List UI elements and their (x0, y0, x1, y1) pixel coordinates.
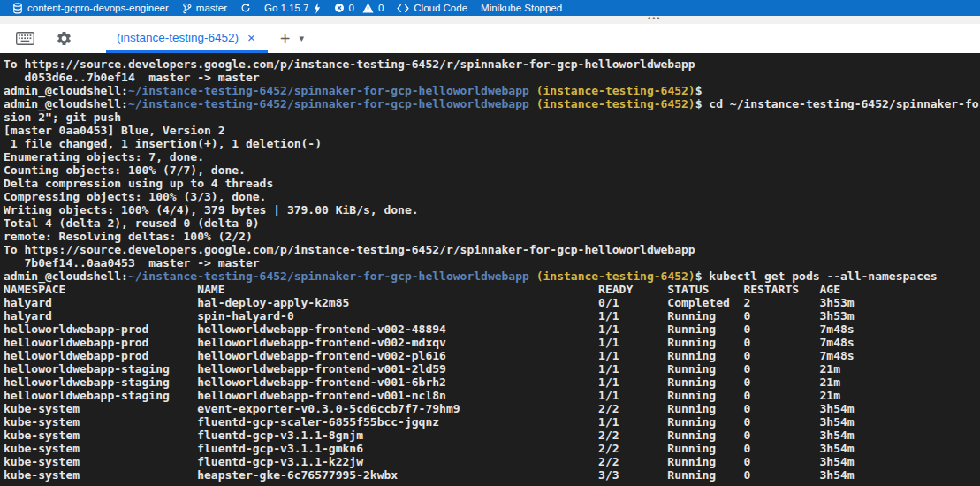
terminal-line: [master 0aa0453] Blue, Version 2 (4, 124, 980, 137)
warning-icon (362, 3, 374, 13)
cloud-code-button[interactable]: Cloud Code (397, 0, 467, 16)
terminal[interactable]: To https://source.developers.google.com/… (0, 53, 980, 486)
terminal-line: helloworldwebapp-staging helloworldwebap… (4, 362, 980, 376)
terminal-line: halyard spin-halyard-0 1/1 Running 0 3h5… (4, 309, 980, 323)
go-version-indicator[interactable]: Go 1.15.7 (264, 0, 321, 16)
status-bar: content-gcpro-devops-engineer master Go … (0, 0, 980, 16)
terminal-line: d053d6e..7b0ef14 master -> master (4, 71, 980, 84)
database-icon (12, 3, 23, 14)
terminal-line: kube-system fluentd-gcp-v3.1.1-8gnjm 2/2… (4, 429, 980, 442)
minikube-status-label: Minikube Stopped (481, 3, 562, 13)
terminal-line: helloworldwebapp-prod helloworldwebapp-f… (4, 349, 980, 362)
terminal-line: Total 4 (delta 2), reused 0 (delta 0) (4, 216, 980, 230)
error-count: 0 (349, 3, 354, 13)
terminal-line: kube-system fluentd-gcp-v3.1.1-k22jw 2/2… (4, 455, 980, 468)
lightning-bolt-icon (314, 3, 321, 14)
go-version: Go 1.15.7 (264, 3, 309, 13)
keyboard-icon[interactable] (16, 32, 34, 45)
git-branch-icon (182, 3, 192, 14)
gear-icon[interactable] (56, 30, 72, 47)
terminal-line: kube-system event-exporter-v0.3.0-5cd6cc… (4, 402, 980, 415)
terminal-line: kube-system heapster-gke-6c76577995-2kwb… (4, 468, 980, 482)
terminal-line: sion 2"; git push (4, 110, 980, 124)
terminal-line: Writing objects: 100% (4/4), 379 bytes |… (4, 203, 980, 216)
panel-overflow-handle[interactable]: ••• (648, 14, 661, 23)
terminal-line: helloworldwebapp-staging helloworldwebap… (4, 376, 980, 389)
close-tab-icon[interactable]: × (246, 31, 257, 44)
refresh-icon (240, 3, 251, 13)
terminal-line: helloworldwebapp-staging helloworldwebap… (4, 389, 980, 402)
terminal-line: remote: Resolving deltas: 100% (2/2) (4, 230, 980, 243)
terminal-line: To https://source.developers.google.com/… (4, 57, 980, 71)
new-tab-button[interactable]: + (280, 30, 291, 48)
terminal-line: helloworldwebapp-prod helloworldwebapp-f… (4, 336, 980, 349)
panel-divider: ••• (0, 16, 980, 24)
problems-indicator[interactable]: 0 0 (334, 0, 384, 16)
terminal-output: To https://source.developers.google.com/… (4, 57, 980, 482)
terminal-line: Counting objects: 100% (7/7), done. (4, 163, 980, 177)
error-icon (334, 3, 345, 13)
sync-button[interactable] (240, 0, 251, 16)
terminal-line: halyard hal-deploy-apply-k2m85 0/1 Compl… (4, 296, 980, 309)
terminal-line: To https://source.developers.google.com/… (4, 243, 980, 256)
terminal-line: NAMESPACE NAME READY STATUS RESTARTS AGE (4, 283, 980, 296)
project-name: content-gcpro-devops-engineer (27, 3, 169, 13)
terminal-line: admin_@cloudshell:~/instance-testing-645… (4, 270, 980, 283)
minikube-status[interactable]: Minikube Stopped (481, 0, 562, 16)
cloud-code-label: Cloud Code (414, 3, 467, 13)
terminal-tab-bar: (instance-testing-6452) × + ▾ (0, 24, 980, 53)
terminal-line: kube-system fluentd-gcp-scaler-6855f55bc… (4, 415, 980, 429)
chevron-down-icon[interactable]: ▾ (300, 33, 305, 44)
code-brackets-icon (397, 4, 409, 13)
terminal-line: 1 file changed, 1 insertion(+), 1 deleti… (4, 137, 980, 150)
terminal-line: admin_@cloudshell:~/instance-testing-645… (4, 97, 980, 110)
branch-indicator[interactable]: master (182, 0, 227, 16)
terminal-line: Compressing objects: 100% (3/3), done. (4, 190, 980, 203)
warning-count: 0 (378, 3, 384, 13)
branch-name: master (196, 3, 227, 13)
terminal-tab-active[interactable]: (instance-testing-6452) × (106, 24, 268, 53)
terminal-tab-label: (instance-testing-6452) (117, 31, 239, 44)
terminal-line: admin_@cloudshell:~/instance-testing-645… (4, 84, 980, 97)
terminal-line: Delta compression using up to 4 threads (4, 177, 980, 190)
terminal-line: helloworldwebapp-prod helloworldwebapp-f… (4, 323, 980, 336)
terminal-line: 7b0ef14..0aa0453 master -> master (4, 256, 980, 270)
terminal-line: kube-system fluentd-gcp-v3.1.1-gmkn6 2/2… (4, 442, 980, 455)
project-selector[interactable]: content-gcpro-devops-engineer (12, 0, 169, 16)
terminal-line: Enumerating objects: 7, done. (4, 150, 980, 163)
